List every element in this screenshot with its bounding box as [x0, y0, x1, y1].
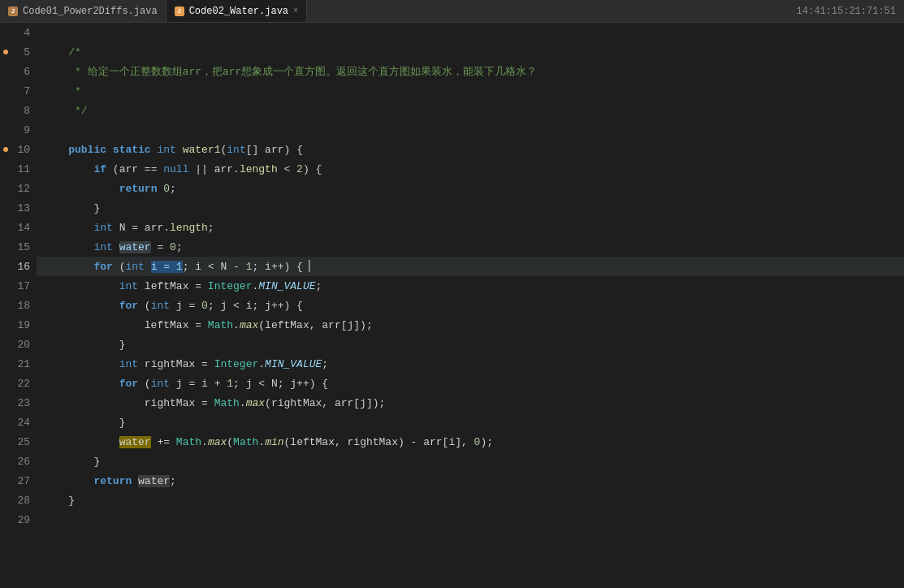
- code-line-14: int N = arr.length;: [37, 218, 904, 237]
- line-num-11: 11: [0, 159, 37, 179]
- line-num-12: 12: [0, 179, 37, 198]
- code-line-29: [37, 510, 904, 530]
- line-num-5: 5: [0, 42, 37, 62]
- line-num-28: 28: [0, 491, 37, 510]
- line-num-25: 25: [0, 432, 37, 452]
- editor-area: 4 5 6 7 8 9 10 11 12 13 14 15 16 17 18 1…: [0, 23, 904, 588]
- code-line-10: public static int water1(int[] arr) {: [37, 140, 904, 159]
- line-num-15: 15: [0, 237, 37, 257]
- line-num-29: 29: [0, 510, 37, 530]
- line-num-7: 7: [0, 81, 37, 101]
- tab-close-icon[interactable]: ×: [293, 6, 298, 15]
- line-num-27: 27: [0, 471, 37, 491]
- code-line-23: rightMax = Math.max(rightMax, arr[j]);: [37, 393, 904, 413]
- code-line-28: }: [37, 491, 904, 510]
- time-display: 14:41:15:21:71:51: [797, 6, 904, 17]
- code-line-27: return water;: [37, 471, 904, 491]
- code-line-15: int water = 0;: [37, 237, 904, 257]
- line-num-22: 22: [0, 374, 37, 393]
- tab-bar: J Code01_Power2Diffs.java J Code02_Water…: [0, 0, 904, 23]
- code-line-17: int leftMax = Integer.MIN_VALUE;: [37, 276, 904, 296]
- code-line-5: /*: [37, 42, 904, 62]
- code-line-8: */: [37, 101, 904, 120]
- line-num-10: 10: [0, 140, 37, 159]
- line-num-4: 4: [0, 23, 37, 42]
- code-line-4: [37, 23, 904, 42]
- java-icon-active: J: [175, 6, 184, 16]
- code-line-26: }: [37, 452, 904, 471]
- line-num-13: 13: [0, 198, 37, 218]
- line-num-21: 21: [0, 354, 37, 374]
- code-line-9: [37, 120, 904, 140]
- code-line-25: water += Math.max(Math.min(leftMax, righ…: [37, 432, 904, 452]
- line-num-17: 17: [0, 276, 37, 296]
- line-num-24: 24: [0, 413, 37, 432]
- code-line-21: int rightMax = Integer.MIN_VALUE;: [37, 354, 904, 374]
- line-num-8: 8: [0, 101, 37, 120]
- code-line-20: }: [37, 335, 904, 354]
- code-line-13: }: [37, 198, 904, 218]
- line-num-23: 23: [0, 393, 37, 413]
- line-num-20: 20: [0, 335, 37, 354]
- code-line-12: return 0;: [37, 179, 904, 198]
- line-num-26: 26: [0, 452, 37, 471]
- code-line-18: for (int j = 0; j < i; j++) {: [37, 296, 904, 315]
- code-line-19: leftMax = Math.max(leftMax, arr[j]);: [37, 315, 904, 335]
- code-line-24: }: [37, 413, 904, 432]
- line-num-14: 14: [0, 218, 37, 237]
- code-content[interactable]: /* * 给定一个正整数数组arr，把arr想象成一个直方图。返回这个直方图如果…: [37, 23, 904, 588]
- code-line-6: * 给定一个正整数数组arr，把arr想象成一个直方图。返回这个直方图如果装水，…: [37, 62, 904, 81]
- java-icon: J: [8, 6, 18, 16]
- line-num-18: 18: [0, 296, 37, 315]
- tab-code01-label: Code01_Power2Diffs.java: [23, 6, 158, 17]
- code-line-7: *: [37, 81, 904, 101]
- tab-code02-label: Code02_Water.java: [189, 6, 288, 17]
- line-num-16: 16: [0, 257, 37, 276]
- tab-code01[interactable]: J Code01_Power2Diffs.java: [0, 0, 167, 22]
- code-line-11: if (arr == null || arr.length < 2) {: [37, 159, 904, 179]
- line-num-19: 19: [0, 315, 37, 335]
- code-line-22: for (int j = i + 1; j < N; j++) {: [37, 374, 904, 393]
- code-line-16: for (int i = 1; i < N - 1; i++) {┃: [37, 257, 904, 276]
- line-num-9: 9: [0, 120, 37, 140]
- tab-code02[interactable]: J Code02_Water.java ×: [167, 0, 307, 22]
- line-numbers: 4 5 6 7 8 9 10 11 12 13 14 15 16 17 18 1…: [0, 23, 37, 588]
- line-num-6: 6: [0, 62, 37, 81]
